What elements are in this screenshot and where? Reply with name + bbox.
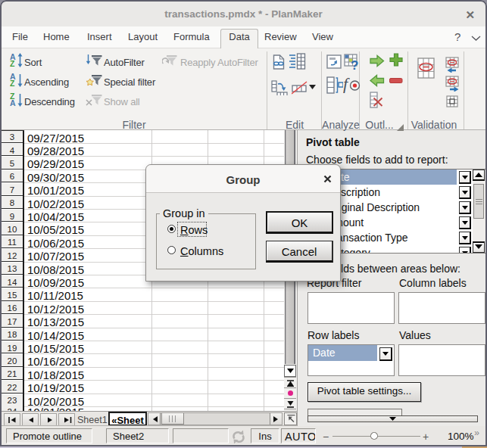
svg-text:?: ? bbox=[351, 58, 358, 71]
svg-text:f: f bbox=[343, 74, 350, 93]
svg-text:Z: Z bbox=[10, 79, 15, 88]
svg-text:Z: Z bbox=[10, 59, 15, 68]
svg-text:A: A bbox=[10, 98, 16, 107]
